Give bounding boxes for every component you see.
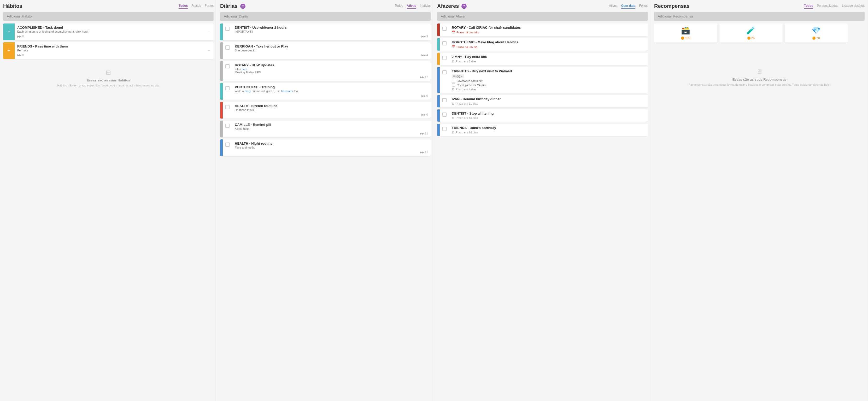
tab-inativas[interactable]: Inativas — [420, 4, 431, 9]
portuguese-text1: Write a — [235, 90, 245, 93]
calendar-icon5: 🗓 — [452, 102, 455, 105]
tab-fortes[interactable]: Fortes — [205, 4, 214, 9]
daily-health-night-bar — [220, 140, 223, 156]
task-ivan-title: IVAN - Remind birthday dinner — [452, 97, 645, 101]
task-trinkets-checkbox[interactable] — [440, 67, 449, 93]
task-jimny-checkbox[interactable] — [440, 53, 449, 65]
daily-portuguese-bar — [220, 83, 223, 100]
habit-friends-plus-btn[interactable]: + — [3, 42, 14, 59]
task-friends-content: FRIENDS - Dana's borthday 🗓 Prazo em 24 … — [449, 124, 648, 136]
reward-3-icon: 💎 — [812, 26, 821, 35]
portuguese-translator-link[interactable]: translator — [281, 90, 293, 93]
task-trinkets-title: TRINKETS - Buy next visit to Walmart — [452, 69, 645, 73]
daily-dentist: DENTIST - Use whitener 2 hours IMPORTANT… — [220, 24, 431, 40]
task-rotary-content: ROTARY - Call CIRIAC for chair candidate… — [449, 24, 648, 36]
daily-rotary-checkbox[interactable] — [223, 61, 232, 81]
add-afazer-bar[interactable]: Adicionar Afazer — [437, 12, 648, 21]
daily-kerrigan-title: KERRIGAN - Take her out or Play — [235, 44, 428, 48]
rotary-text1: Files — [235, 68, 242, 71]
tab-fracos[interactable]: Fracos — [191, 4, 201, 9]
habit-acomplished-subtitle: Each thing done or feeling of acomplishm… — [17, 30, 202, 33]
tab-lista-desejos[interactable]: Lista de desejos — [842, 4, 865, 9]
daily-kerrigan-checkbox[interactable] — [223, 42, 232, 59]
daily-health-night-subtitle: Face and teeth. — [235, 146, 428, 149]
daily-portuguese-checkbox[interactable] — [223, 83, 232, 100]
task-friends-checkbox[interactable] — [440, 124, 449, 136]
add-diaria-bar[interactable]: Adicionar Diária — [220, 12, 431, 21]
tab-personalizadas[interactable]: Personalizadas — [817, 4, 838, 9]
task-trinkets-content: TRINKETS - Buy next visit to Walmart ☰ 0… — [449, 67, 648, 93]
habits-empty-state: ⊟ Essas são as suas Hábitos Hábitos não … — [3, 61, 214, 96]
subtask-label-1: Silverware container — [457, 80, 483, 83]
task-rotary-checkbox[interactable] — [440, 24, 449, 36]
task-jimny-title: JIMNY - Pay extra 50k — [452, 55, 645, 59]
diarias-title: Diárias — [220, 3, 238, 9]
habit-friends-minus-btn[interactable]: − — [204, 42, 214, 59]
reward-3[interactable]: 💎 20 — [785, 24, 848, 42]
tab-todos-diarias[interactable]: Todos — [395, 4, 403, 9]
habits-empty-icon: ⊟ — [6, 69, 211, 76]
daily-dentist-checkbox[interactable] — [223, 24, 232, 40]
subtask-label-2: Chest piece for Miumiu — [457, 84, 486, 87]
portuguese-text3: too. — [293, 90, 299, 93]
daily-camille-streak: ▶▶ 11 — [235, 132, 428, 135]
daily-camille-subtitle: A little help! — [235, 127, 428, 130]
habit-plus-btn[interactable]: + — [3, 24, 14, 40]
recompensas-empty-icon: 🖥 — [657, 68, 862, 75]
add-recompensa-bar[interactable]: Adicionar Recompensa — [654, 12, 865, 21]
tab-comdata[interactable]: Com data — [621, 4, 636, 9]
daily-health-content: HEALTH - Stretch routiune Do those trick… — [232, 102, 431, 119]
daily-rotary-subtitle: Files here — [235, 68, 428, 71]
add-habit-bar[interactable]: Adicionar Hábito — [3, 12, 214, 21]
portuguese-diary-link[interactable]: diary — [245, 90, 251, 93]
diarias-column: Diárias 7 Todos Ativas Inativas Adiciona… — [217, 0, 434, 401]
tab-todos-habits[interactable]: Todos — [179, 4, 188, 9]
checklist-badge[interactable]: ☰ 0/2 ▾ — [452, 74, 464, 78]
subtask-check-2[interactable] — [452, 83, 455, 87]
afazeres-title: Afazeres — [437, 3, 459, 9]
reward-3-cost: 20 — [812, 36, 820, 40]
habits-title: Hábitos — [3, 3, 22, 9]
task-horothenic: HOROTHENIC - Make blog about Habitica 📅 … — [437, 38, 648, 51]
daily-rotary-streak: ▶▶ 17 — [235, 75, 428, 79]
task-horothenic-due: 📅 Prazo há um dia — [452, 45, 645, 49]
calendar-icon6: 🗓 — [452, 117, 455, 120]
task-horothenic-checkbox[interactable] — [440, 38, 449, 51]
habits-header: Hábitos Todos Fracos Fortes — [3, 3, 214, 9]
tab-ativos[interactable]: Ativos — [609, 4, 618, 9]
daily-dentist-title: DENTIST - Use whitener 2 hours — [235, 26, 428, 30]
habit-friends-title: FRIENDS - Pass time with them — [17, 44, 202, 48]
habit-acomplished-score: ▶▶ 0 — [17, 35, 202, 38]
reward-1[interactable]: 🗃️ 100 — [654, 24, 717, 42]
task-trinkets: TRINKETS - Buy next visit to Walmart ☰ 0… — [437, 67, 648, 93]
task-ivan-checkbox[interactable] — [440, 95, 449, 107]
habits-empty-desc: Hábitos não tem prazo específico. Você p… — [6, 83, 211, 88]
tab-ativas[interactable]: Ativas — [407, 4, 416, 9]
daily-camille-checkbox[interactable] — [223, 121, 232, 137]
daily-portuguese-content: PORTUGUESE - Training Write a diary but … — [232, 83, 431, 100]
daily-health-night-content: HEALTH - Night routine Face and teeth. ▶… — [232, 140, 431, 156]
task-ivan-due: 🗓 Prazo em 11 dias — [452, 102, 645, 105]
tab-feitos[interactable]: Feitos — [639, 4, 648, 9]
reward-1-icon: 🗃️ — [681, 26, 690, 35]
task-dentist-checkbox[interactable] — [440, 110, 449, 122]
daily-rotary-title: ROTARY - HHW Updates — [235, 63, 428, 67]
afazeres-header: Afazeres 7 Ativos Com data Feitos — [437, 3, 648, 9]
rotary-link[interactable]: here — [242, 68, 247, 71]
task-friends: FRIENDS - Dana's borthday 🗓 Prazo em 24 … — [437, 124, 648, 136]
task-trinkets-bar — [437, 67, 440, 93]
coin-icon-1 — [681, 36, 684, 40]
habit-minus-btn[interactable]: − — [204, 24, 214, 40]
task-ivan-content: IVAN - Remind birthday dinner 🗓 Prazo em… — [449, 95, 648, 107]
daily-camille: CAMILLE - Remind pill A little help! ▶▶ … — [220, 121, 431, 137]
daily-health-night-checkbox[interactable] — [223, 140, 232, 156]
diarias-header: Diárias 7 Todos Ativas Inativas — [220, 3, 431, 9]
reward-2[interactable]: 🧪 25 — [719, 24, 783, 42]
subtask-check-1[interactable] — [452, 79, 455, 83]
afazeres-badge: 7 — [461, 4, 467, 9]
subtask-1: Silverware container — [452, 79, 645, 83]
daily-health-checkbox[interactable] — [223, 102, 232, 119]
daily-camille-content: CAMILLE - Remind pill A little help! ▶▶ … — [232, 121, 431, 137]
tab-todos-recompensas[interactable]: Todos — [804, 4, 813, 9]
habits-empty-title: Essas são as suas Hábitos — [6, 78, 211, 82]
